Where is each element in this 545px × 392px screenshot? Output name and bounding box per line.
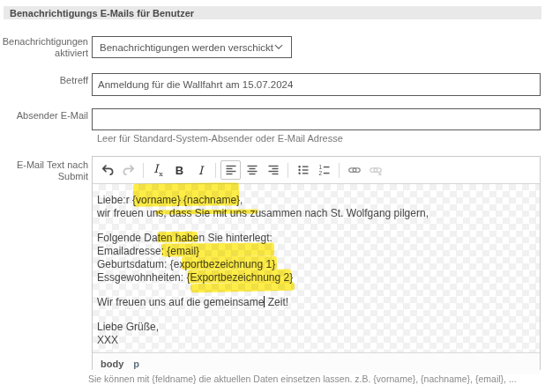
editor-paragraph: Liebe Grüße, XXX bbox=[97, 321, 534, 347]
bold-button[interactable]: B bbox=[169, 160, 190, 180]
align-right-button[interactable] bbox=[263, 160, 283, 180]
clear-formatting-icon: Ix bbox=[153, 162, 163, 178]
element-path-p[interactable]: p bbox=[133, 359, 139, 369]
align-left-button[interactable] bbox=[220, 160, 241, 180]
section-header: Benachrichtigungs E-Mails für Benutzer bbox=[4, 6, 541, 19]
link-icon bbox=[347, 163, 362, 177]
numbered-list-button[interactable]: 12 bbox=[314, 160, 334, 180]
toolbar-separator bbox=[143, 163, 144, 178]
subject-input[interactable] bbox=[92, 73, 541, 96]
svg-text:2: 2 bbox=[318, 170, 322, 176]
undo-icon bbox=[101, 163, 115, 177]
email-text-label: E-Mail Text nach Submit bbox=[0, 159, 88, 182]
subject-label: Betreff bbox=[0, 75, 88, 86]
align-center-button[interactable] bbox=[242, 160, 262, 180]
editor-content[interactable]: Liebe:r {vorname} {nachname}, wir freuen… bbox=[93, 184, 540, 352]
redo-icon bbox=[122, 163, 136, 177]
toolbar-separator bbox=[287, 163, 288, 178]
italic-icon: I bbox=[198, 164, 203, 177]
richtext-editor: Ix B I bbox=[92, 156, 541, 370]
placeholder-hint: Sie können mit {feldname} die aktuellen … bbox=[88, 374, 517, 384]
undo-button[interactable] bbox=[97, 160, 117, 180]
numbered-list-icon: 12 bbox=[317, 163, 332, 177]
clear-formatting-button[interactable]: Ix bbox=[148, 160, 168, 180]
sender-email-input[interactable] bbox=[92, 108, 541, 130]
sender-email-help: Leer für Standard-System-Absender oder E… bbox=[97, 133, 343, 144]
notifications-enabled-label: Benachrichtigungen aktiviert bbox=[0, 36, 88, 59]
toolbar-separator bbox=[215, 163, 216, 178]
editor-paragraph: Wir freuen uns auf die gemeinsame Zeit! bbox=[97, 296, 534, 309]
align-right-icon bbox=[266, 163, 280, 177]
toolbar-separator bbox=[339, 163, 340, 178]
remove-link-button[interactable] bbox=[365, 160, 385, 180]
notifications-mode-selected-value: Benachrichtigungen werden verschickt bbox=[100, 42, 273, 53]
notifications-mode-select[interactable]: Benachrichtigungen werden verschickt bbox=[92, 36, 292, 58]
editor-status-bar: body p bbox=[93, 352, 540, 374]
section-title: Benachrichtigungs E-Mails für Benutzer bbox=[10, 8, 194, 18]
align-center-icon bbox=[245, 163, 259, 177]
editor-paragraph: Folgende Daten haben Sie hinterlegt: Ema… bbox=[97, 232, 534, 285]
bullet-list-icon bbox=[296, 163, 310, 177]
bold-icon: B bbox=[175, 164, 183, 177]
unlink-icon bbox=[369, 163, 383, 177]
element-path-body[interactable]: body bbox=[101, 359, 123, 369]
editor-toolbar: Ix B I bbox=[93, 157, 540, 184]
sender-email-label: Absender E-Mail bbox=[0, 110, 88, 122]
italic-button[interactable]: I bbox=[190, 160, 211, 180]
redo-button[interactable] bbox=[118, 160, 138, 180]
bullet-list-button[interactable] bbox=[293, 160, 313, 180]
align-left-icon bbox=[224, 163, 238, 177]
svg-text:1: 1 bbox=[318, 164, 322, 170]
insert-link-button[interactable] bbox=[344, 160, 364, 180]
editor-paragraph: Liebe:r {vorname} {nachname}, wir freuen… bbox=[97, 194, 534, 220]
chevron-down-icon bbox=[274, 44, 283, 50]
